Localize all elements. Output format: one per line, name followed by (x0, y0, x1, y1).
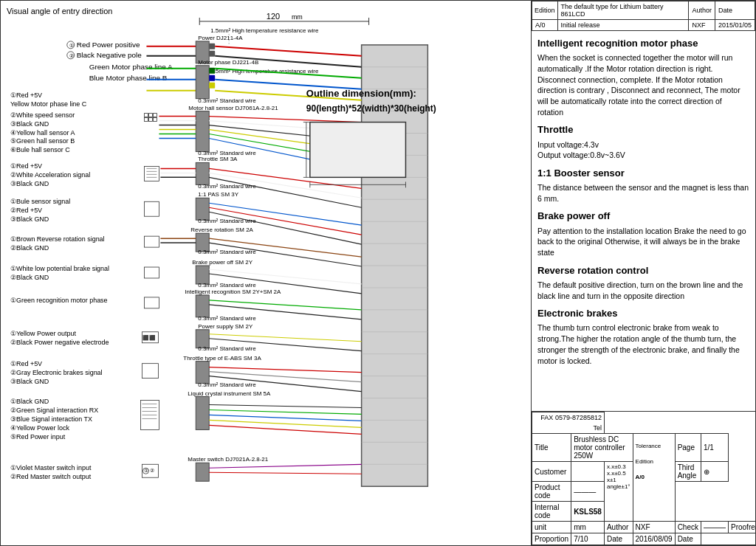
svg-rect-91 (144, 297, 159, 308)
internal-code-value: KSLS58 (571, 502, 605, 522)
revision-cell: A/0 (532, 20, 558, 31)
svg-rect-45 (153, 118, 157, 122)
customer-value-cell (571, 462, 605, 482)
svg-line-182 (209, 425, 361, 434)
svg-text:Outline dimension(mm):: Outline dimension(mm): (306, 88, 416, 99)
svg-line-161 (209, 168, 361, 188)
svg-rect-99 (196, 330, 209, 348)
tolerance-values: x.x±0.3 x.x±0.5 x±1 angle±1° (604, 462, 633, 522)
internal-code-label: Internal code (532, 502, 571, 522)
svg-line-152 (215, 69, 361, 78)
info-title-ebrakes: Electronic brakes (537, 307, 749, 320)
svg-line-168 (209, 243, 361, 266)
svg-text:①Red +5V: ①Red +5V (10, 91, 42, 99)
svg-rect-58 (144, 166, 159, 181)
default-type-cell: The default type for Lithium battery 861… (557, 1, 689, 20)
check-label: Check (675, 522, 701, 533)
svg-text:②Black GND: ②Black GND (10, 274, 49, 281)
svg-text:②: ② (69, 52, 74, 59)
svg-text:⬛⬛: ⬛⬛ (142, 334, 156, 341)
svg-line-153 (215, 80, 361, 89)
svg-text:⑥Bule hall sensor C: ⑥Bule hall sensor C (10, 146, 70, 153)
edition-label: Edition (532, 1, 558, 20)
svg-text:②Green Signal interaction RX: ②Green Signal interaction RX (10, 407, 98, 414)
svg-text:Power DJ211-4A: Power DJ211-4A (198, 35, 243, 41)
svg-text:①Yellow  Power output: ①Yellow Power output (10, 330, 76, 337)
svg-text:①Bule sensor signal: ①Bule sensor signal (10, 198, 70, 205)
svg-text:①: ① (144, 468, 148, 473)
right-panel: Edition The default type for Lithium bat… (532, 0, 756, 546)
svg-rect-19 (196, 41, 209, 63)
svg-text:Throttle SM 3A: Throttle SM 3A (198, 156, 238, 162)
svg-rect-106 (196, 362, 209, 384)
svg-text:0.3mm² Standard wire: 0.3mm² Standard wire (198, 381, 256, 388)
svg-rect-31 (209, 75, 215, 81)
svg-text:②White speed sensor: ②White speed sensor (10, 111, 75, 119)
svg-line-164 (209, 203, 361, 225)
svg-text:Throttle type of E-ABS SM 3A: Throttle type of E-ABS SM 3A (183, 355, 261, 362)
svg-rect-40 (144, 114, 148, 117)
svg-rect-44 (148, 118, 152, 122)
svg-text:Brake power off SM 2Y: Brake power off SM 2Y (192, 259, 252, 266)
date-table-value: 2016/08/09 (633, 533, 675, 545)
svg-text:Black  Negative pole: Black Negative pole (77, 51, 142, 59)
main-container: Visual angle of entry direction 120 mm 1… (0, 0, 756, 546)
svg-text:②Gray Electronic brakes signal: ②Gray Electronic brakes signal (10, 369, 103, 376)
info-title-brake: Brake power off (537, 210, 749, 223)
svg-text:①Red  +5V: ①Red +5V (10, 360, 42, 367)
svg-line-180 (209, 415, 361, 421)
svg-line-165 (209, 207, 361, 235)
third-angle-label: Third Angle (675, 462, 701, 482)
svg-rect-97 (142, 332, 158, 343)
svg-text:1:1 PAS SM 3Y: 1:1 PAS SM 3Y (198, 191, 238, 198)
svg-rect-63 (196, 162, 209, 184)
svg-text:Intelligent recognition SM 2Y+: Intelligent recognition SM 2Y+SM 2A (185, 288, 281, 295)
svg-text:①Black GND: ①Black GND (10, 398, 49, 406)
date-label: Date (715, 1, 755, 20)
svg-rect-20 (209, 44, 215, 49)
tolerance-label: Tolerance (636, 443, 673, 450)
svg-text:③Black GND: ③Black GND (10, 120, 49, 128)
svg-text:Power supply SM 2Y: Power supply SM 2Y (198, 323, 253, 330)
date2-label: Date (675, 533, 701, 545)
svg-text:③Black GND: ③Black GND (10, 180, 49, 187)
svg-rect-105 (142, 364, 158, 379)
header-table: Edition The default type for Lithium bat… (532, 1, 755, 31)
release-note-cell: Initial release (557, 20, 689, 31)
svg-text:⑤Green hall sensor B: ⑤Green hall sensor B (10, 137, 75, 145)
info-section-throttle: Throttle Input voltage:4.3v Output volta… (537, 123, 749, 161)
fax-value: 0579-87285812 (555, 414, 602, 421)
svg-line-155 (209, 117, 361, 122)
svg-line-176 (209, 372, 361, 382)
svg-rect-72 (144, 201, 159, 216)
check-value: ——— (701, 522, 728, 533)
svg-text:Motor hall sensor DJ7061A-2.8-: Motor hall sensor DJ7061A-2.8-21 (188, 105, 278, 111)
product-code-label: Product code (532, 482, 571, 502)
svg-rect-79 (196, 233, 209, 252)
svg-text:②Red +5V: ②Red +5V (10, 207, 42, 214)
tel-label: Tel (593, 424, 602, 432)
svg-text:①Red  +5V: ①Red +5V (10, 162, 42, 170)
svg-rect-187 (310, 122, 406, 178)
svg-text:0.3mm² Standard wire: 0.3mm² Standard wire (198, 345, 256, 352)
svg-rect-29 (196, 66, 209, 99)
info-title-throttle: Throttle (537, 123, 749, 136)
svg-text:1.5mm² High temperature resist: 1.5mm² High temperature resistance wire (210, 68, 319, 75)
svg-rect-120 (196, 397, 209, 430)
projection-symbol: ⊕ (701, 462, 728, 482)
svg-rect-92 (196, 295, 209, 317)
svg-line-183 (209, 464, 361, 468)
svg-line-170 (209, 274, 361, 294)
info-body-reverse: The default positive direction, turn on … (537, 280, 749, 301)
svg-line-159 (209, 134, 361, 161)
svg-text:②White Acceleration signal: ②White Acceleration signal (10, 171, 90, 179)
author-table-label: Author (604, 522, 633, 533)
svg-rect-128 (196, 463, 209, 481)
date-table-label: Date (604, 533, 633, 545)
edition-table-value: A/0 (636, 474, 673, 481)
svg-line-169 (209, 269, 361, 284)
svg-line-150 (215, 46, 361, 56)
svg-rect-87 (196, 266, 209, 284)
info-section-brake: Brake power off Pay attention to the ins… (537, 210, 749, 258)
svg-text:①Violet  Master switch input: ①Violet Master switch input (10, 464, 92, 471)
